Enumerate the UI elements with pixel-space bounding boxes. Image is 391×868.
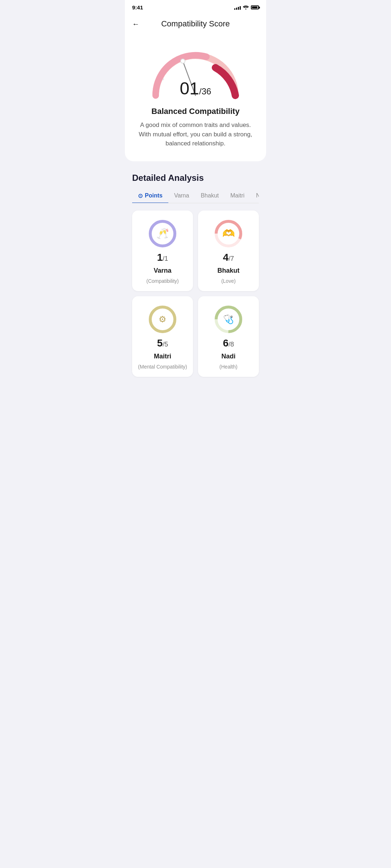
maitri-icon: ⚙ <box>159 314 167 324</box>
tab-maitri-label: Maitri <box>230 192 244 199</box>
header: ← Compatibility Score <box>125 13 266 36</box>
score-total: /36 <box>199 86 211 96</box>
time: 9:41 <box>132 4 143 10</box>
detailed-analysis-title: Detailed Analysis <box>132 173 259 183</box>
maitri-name: Maitri <box>154 353 171 360</box>
tab-maitri[interactable]: Maitri <box>224 189 250 203</box>
tab-varna[interactable]: Varna <box>168 189 195 203</box>
gauge-score: 01/36 <box>180 80 211 97</box>
gauge-container: 01/36 <box>145 43 246 101</box>
cards-grid: 🥂 1/1 Varna (Compatibility) 🫶 4/7 Bhakut… <box>132 210 259 386</box>
tab-varna-label: Varna <box>174 192 189 199</box>
back-button[interactable]: ← <box>132 20 139 28</box>
nadi-subname: (Health) <box>219 364 237 370</box>
bhakut-circle: 🫶 <box>214 219 243 248</box>
points-tab-icon: ⊙ <box>138 192 143 199</box>
varna-card: 🥂 1/1 Varna (Compatibility) <box>132 210 193 291</box>
detailed-analysis: Detailed Analysis ⊙ Points Varna Bhakut … <box>125 164 266 386</box>
gauge-card: 01/36 Balanced Compatibility A good mix … <box>125 36 266 161</box>
compatibility-label: Balanced Compatibility <box>132 107 259 116</box>
tab-bhakut-label: Bhakut <box>201 192 219 199</box>
bhakut-icon: 🫶 <box>222 227 235 239</box>
status-icons <box>234 5 259 10</box>
page-title: Compatibility Score <box>145 19 246 29</box>
tab-bhakut[interactable]: Bhakut <box>195 189 224 203</box>
compatibility-description: A good mix of common traits and values. … <box>132 120 259 148</box>
nadi-score: 6/8 <box>223 337 234 349</box>
bhakut-subname: (Love) <box>221 278 236 284</box>
tab-more[interactable]: N... <box>250 189 259 203</box>
svg-point-10 <box>181 59 185 63</box>
battery-icon <box>251 5 259 9</box>
nadi-card: 🩺 6/8 Nadi (Health) <box>198 296 259 377</box>
maitri-circle: ⚙ <box>148 305 177 334</box>
maitri-card: ⚙ 5/5 Maitri (Mental Compatibility) <box>132 296 193 377</box>
nadi-name: Nadi <box>221 353 235 360</box>
nadi-circle: 🩺 <box>214 305 243 334</box>
tab-points-label: Points <box>145 192 163 199</box>
status-bar: 9:41 <box>125 0 266 13</box>
bhakut-name: Bhakut <box>217 267 239 275</box>
varna-subname: (Compatibility) <box>146 278 178 284</box>
maitri-subname: (Mental Compatibility) <box>138 364 187 370</box>
varna-name: Varna <box>154 267 171 275</box>
varna-icon: 🥂 <box>156 227 169 239</box>
maitri-score: 5/5 <box>157 337 168 349</box>
nadi-icon: 🩺 <box>223 314 234 324</box>
score-value: 01 <box>180 79 199 98</box>
bhakut-score: 4/7 <box>223 252 234 263</box>
tab-more-label: N... <box>256 192 259 199</box>
tabs: ⊙ Points Varna Bhakut Maitri N... <box>132 189 259 203</box>
varna-circle: 🥂 <box>148 219 177 248</box>
bhakut-card: 🫶 4/7 Bhakut (Love) <box>198 210 259 291</box>
tab-points[interactable]: ⊙ Points <box>132 189 168 203</box>
varna-score: 1/1 <box>157 252 168 263</box>
signal-icon <box>234 5 241 10</box>
wifi-icon <box>243 5 249 10</box>
